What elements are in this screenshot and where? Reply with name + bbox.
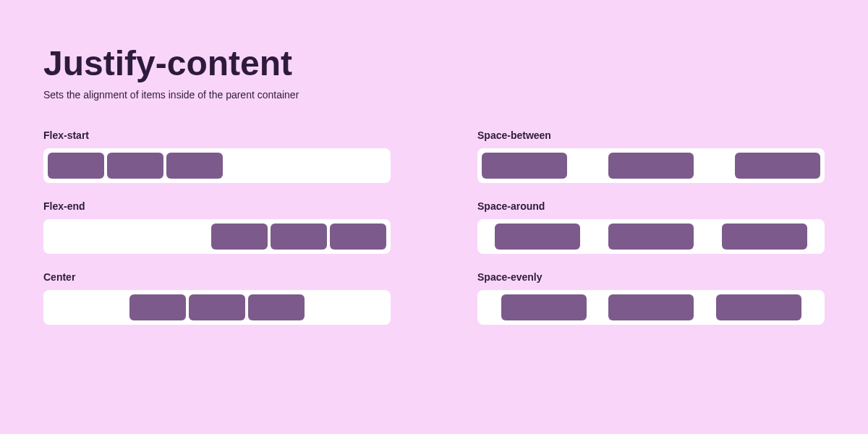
- example-space-between: Space-between: [477, 129, 825, 183]
- page-subtitle: Sets the alignment of items inside of th…: [43, 89, 825, 101]
- flex-container: [477, 148, 825, 183]
- example-flex-start: Flex-start: [43, 129, 391, 183]
- example-label: Flex-end: [43, 200, 391, 212]
- flex-item: [330, 224, 386, 250]
- example-label: Center: [43, 271, 391, 283]
- example-label: Space-around: [477, 200, 825, 212]
- example-flex-end: Flex-end: [43, 200, 391, 254]
- flex-item: [716, 294, 801, 320]
- flex-item: [735, 153, 820, 179]
- flex-item: [495, 224, 580, 250]
- example-label: Space-evenly: [477, 271, 825, 283]
- flex-item: [248, 294, 305, 320]
- flex-container: [43, 219, 391, 254]
- flex-item: [608, 153, 694, 179]
- flex-container: [477, 290, 825, 325]
- flex-item: [608, 294, 694, 320]
- flex-item: [166, 153, 223, 179]
- flex-item: [722, 224, 807, 250]
- example-space-around: Space-around: [477, 200, 825, 254]
- flex-item: [271, 224, 327, 250]
- flex-container: [477, 219, 825, 254]
- flex-item: [608, 224, 694, 250]
- examples-grid: Flex-start Space-between Flex-end Space-…: [43, 129, 825, 325]
- flex-container: [43, 148, 391, 183]
- flex-item: [129, 294, 186, 320]
- example-label: Space-between: [477, 129, 825, 141]
- flex-item: [501, 294, 587, 320]
- example-label: Flex-start: [43, 129, 391, 141]
- flex-item: [482, 153, 567, 179]
- example-space-evenly: Space-evenly: [477, 271, 825, 325]
- flex-item: [211, 224, 268, 250]
- flex-container: [43, 290, 391, 325]
- page-title: Justify-content: [43, 43, 825, 83]
- example-center: Center: [43, 271, 391, 325]
- flex-item: [107, 153, 163, 179]
- flex-item: [48, 153, 104, 179]
- flex-item: [189, 294, 245, 320]
